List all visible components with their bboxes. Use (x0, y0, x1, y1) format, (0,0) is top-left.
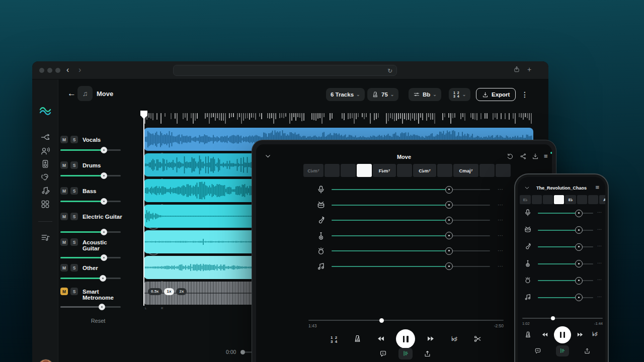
chord-cell[interactable] (397, 164, 412, 177)
volume-slider[interactable] (60, 172, 121, 179)
solo-button[interactable]: S (70, 161, 78, 169)
slider-knob[interactable] (575, 226, 583, 234)
tablet-seek-bar[interactable] (308, 320, 504, 321)
ear-listen-icon[interactable] (40, 172, 50, 183)
playlist-icon[interactable] (40, 233, 50, 243)
chord-cell[interactable] (341, 164, 356, 177)
slider-knob[interactable] (101, 172, 107, 179)
pitch-button[interactable]: ♭♯ (451, 335, 457, 342)
pitch-button[interactable]: ♭♯ (592, 331, 598, 337)
sections-icon[interactable] (424, 350, 431, 357)
slider-knob[interactable] (101, 147, 107, 153)
edit-song-icon[interactable] (40, 186, 50, 196)
moises-logo-icon[interactable] (39, 107, 51, 116)
pause-button[interactable] (554, 326, 571, 343)
sections-icon[interactable] (584, 347, 591, 354)
slider-knob[interactable] (575, 243, 583, 251)
window-close-button[interactable] (39, 68, 44, 73)
slider-knob[interactable] (101, 198, 107, 205)
chords-mode-button[interactable] (398, 348, 413, 359)
export-button[interactable]: Export (476, 88, 516, 101)
undo-icon[interactable] (507, 153, 514, 160)
metronome-icon[interactable] (353, 334, 362, 343)
rewind-icon[interactable] (540, 331, 549, 338)
share-icon[interactable] (520, 153, 527, 160)
volume-slider[interactable] (60, 275, 121, 282)
row-menu-icon[interactable]: ⋯ (597, 227, 602, 232)
new-tab-icon[interactable]: + (527, 65, 531, 73)
phone-chord-strip[interactable]: E♭E♭A (520, 195, 605, 208)
slider-knob[interactable] (575, 294, 583, 301)
solo-button[interactable]: S (70, 136, 78, 143)
chord-cell[interactable] (325, 164, 340, 177)
download-icon[interactable] (532, 153, 539, 160)
split-stems-icon[interactable] (40, 132, 50, 142)
queue-menu-icon[interactable]: ≡ (544, 153, 551, 159)
browser-url-input[interactable]: ↻ (173, 65, 397, 76)
timeline-ruler[interactable] (144, 112, 533, 126)
apps-grid-icon[interactable] (40, 199, 50, 209)
slider-knob[interactable] (100, 275, 106, 282)
row-menu-icon[interactable]: ⋯ (498, 202, 504, 208)
menu-icon[interactable]: ≡ (595, 184, 599, 191)
reload-icon[interactable]: ↻ (387, 67, 392, 74)
chord-cell[interactable] (479, 164, 495, 177)
solo-button[interactable]: S (70, 238, 78, 246)
chord-cell[interactable] (532, 195, 542, 204)
slider-knob[interactable] (101, 254, 107, 261)
chord-cell[interactable]: Cmaj⁷ (453, 164, 478, 177)
speed-chip-0.5x[interactable]: 0.5x (148, 288, 162, 295)
slider-knob[interactable] (445, 247, 453, 255)
slider-knob[interactable] (101, 229, 107, 235)
rewind-icon[interactable] (376, 335, 386, 342)
chord-cell[interactable]: C♭m⁷ (303, 164, 324, 177)
fast-forward-icon[interactable] (576, 331, 585, 338)
row-menu-icon[interactable]: ⋯ (498, 217, 504, 223)
chord-cell[interactable] (554, 195, 564, 204)
metronome-icon[interactable] (524, 331, 532, 338)
volume-slider[interactable] (60, 254, 121, 261)
fast-forward-icon[interactable] (426, 335, 436, 342)
solo-button[interactable]: S (70, 187, 78, 195)
reset-button[interactable]: Reset (80, 318, 116, 324)
speed-chip-2x[interactable]: 2x (176, 288, 187, 295)
chord-cell[interactable] (357, 164, 372, 177)
row-menu-icon[interactable]: ⋯ (498, 232, 504, 239)
volume-slider[interactable] (60, 304, 121, 310)
slider-knob[interactable] (445, 201, 453, 209)
row-menu-icon[interactable]: ⋯ (597, 260, 602, 265)
browser-forward-icon[interactable]: › (78, 65, 81, 75)
zoom-slider-knob[interactable] (240, 350, 245, 354)
cut-icon[interactable] (473, 335, 481, 343)
overflow-menu-icon[interactable]: ⋮ (521, 90, 528, 99)
seek-handle[interactable] (379, 318, 384, 323)
mute-button[interactable]: M (60, 136, 68, 143)
slider-knob[interactable] (445, 186, 453, 194)
seek-handle[interactable] (551, 316, 555, 320)
row-menu-icon[interactable]: ⋯ (597, 277, 602, 282)
mute-button[interactable]: M (60, 187, 68, 195)
slider-knob[interactable] (99, 304, 105, 310)
row-menu-icon[interactable]: ⋯ (498, 247, 504, 254)
slider-knob[interactable] (575, 277, 583, 285)
back-button[interactable]: ← (67, 88, 76, 99)
tablet-chord-strip[interactable]: C♭m⁷F♭m⁷C♭m⁷Cmaj⁷C♭m⁷ (303, 164, 511, 177)
chord-cell[interactable] (437, 164, 452, 177)
row-menu-icon[interactable]: ⋯ (597, 243, 602, 248)
lyrics-icon[interactable] (379, 350, 387, 357)
chord-cell[interactable]: C♭m⁷ (413, 164, 436, 177)
pause-button[interactable] (396, 329, 415, 348)
chord-cell[interactable] (577, 195, 587, 204)
slider-knob[interactable] (445, 217, 453, 224)
voice-icon[interactable] (40, 146, 50, 156)
volume-slider[interactable] (60, 147, 121, 153)
mute-button[interactable]: M (60, 213, 68, 220)
chords-mode-button[interactable] (556, 345, 569, 356)
row-menu-icon[interactable]: ⋯ (597, 210, 602, 215)
row-menu-icon[interactable]: ⋯ (498, 186, 504, 193)
chord-cell[interactable]: F♭m⁷ (373, 164, 396, 177)
solo-button[interactable]: S (70, 264, 78, 272)
slider-knob[interactable] (445, 262, 453, 270)
chord-cell[interactable]: E♭ (520, 195, 531, 204)
mute-button[interactable]: M (60, 238, 68, 246)
